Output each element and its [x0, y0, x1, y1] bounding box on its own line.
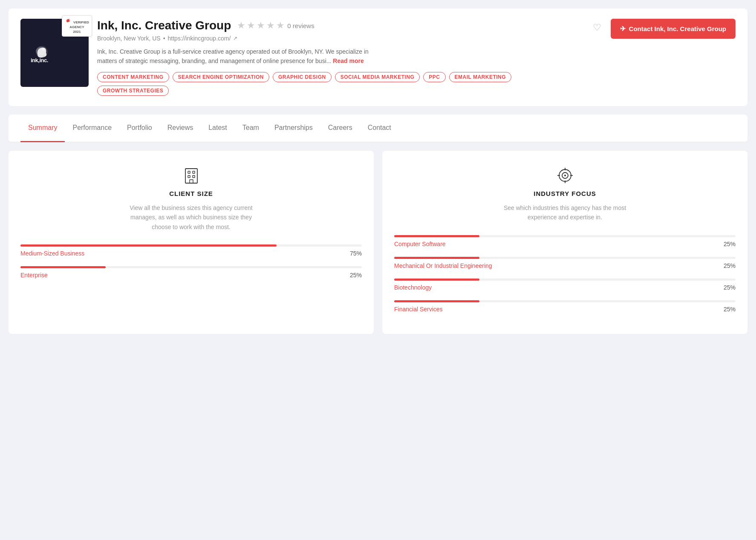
progress-pct: 25% [724, 284, 736, 291]
agency-logo-wrapper: ink,inc. VERIFIED AGENCY 2021 [20, 19, 89, 87]
target-icon [556, 166, 574, 185]
location-separator: • [163, 35, 165, 42]
nav-tab-reviews[interactable]: Reviews [160, 115, 201, 142]
progress-label-row: Medium-Sized Business 75% [20, 250, 362, 257]
industry-focus-card: INDUSTRY FOCUS See which industries this… [382, 151, 747, 334]
external-link-icon: ↗ [233, 35, 237, 41]
progress-label-row: Mechanical Or Industrial Engineering 25% [394, 262, 736, 269]
progress-fill [394, 257, 479, 259]
progress-label: Medium-Sized Business [20, 250, 84, 257]
agency-header-card: ink,inc. VERIFIED AGENCY 2021 Ink, Inc. … [9, 9, 747, 106]
nav-tab-partnerships[interactable]: Partnerships [267, 115, 320, 142]
agency-name: Ink, Inc. Creative Group [97, 19, 231, 32]
progress-pct: 25% [350, 272, 362, 279]
tag-item[interactable]: EMAIL MARKETING [449, 72, 512, 82]
client-size-title: CLIENT SIZE [20, 190, 362, 197]
reviews-count: 0 reviews [287, 22, 314, 29]
tags-row: CONTENT MARKETINGSEARCH ENGINE OPTIMIZAT… [97, 72, 581, 96]
client-size-progress: Medium-Sized Business 75% Enterprise 25% [20, 244, 362, 279]
nav-tab-performance[interactable]: Performance [65, 115, 119, 142]
page-wrapper: ink,inc. VERIFIED AGENCY 2021 Ink, Inc. … [0, 0, 756, 540]
description-text: Ink, Inc. Creative Group is a full-servi… [97, 48, 369, 64]
year-text: 2021 [73, 30, 81, 34]
industry-focus-description: See which industries this agency has the… [497, 203, 633, 222]
tag-item[interactable]: GRAPHIC DESIGN [273, 72, 332, 82]
heart-icon: ♡ [593, 22, 601, 33]
favorite-button[interactable]: ♡ [589, 19, 605, 37]
badge-logo-icon [65, 17, 72, 23]
progress-fill [394, 235, 479, 237]
svg-point-2 [42, 48, 45, 51]
progress-pct: 25% [724, 262, 736, 269]
industry-progress-item: Biotechnology 25% [394, 279, 736, 291]
progress-fill [20, 266, 106, 268]
progress-label: Computer Software [394, 241, 446, 247]
client-size-progress-item: Medium-Sized Business 75% [20, 244, 362, 257]
svg-point-4 [68, 19, 69, 20]
progress-track [394, 279, 736, 281]
progress-label-row: Financial Services 25% [394, 306, 736, 313]
agency-location: Brooklyn, New York, US • https://inkincg… [97, 35, 581, 42]
industry-progress-item: Computer Software 25% [394, 235, 736, 247]
svg-rect-6 [188, 171, 190, 173]
agency-actions: ♡ ✈ Contact Ink, Inc. Creative Group [589, 19, 736, 39]
stars-container: ★ ★ ★ ★ ★ [237, 20, 285, 31]
progress-track [394, 300, 736, 302]
progress-pct: 75% [350, 250, 362, 257]
progress-label-row: Biotechnology 25% [394, 284, 736, 291]
tag-item[interactable]: CONTENT MARKETING [97, 72, 169, 82]
progress-track [20, 266, 362, 268]
tag-item[interactable]: SEARCH ENGINE OPTIMIZATION [173, 72, 269, 82]
star-4: ★ [266, 20, 275, 31]
svg-rect-9 [193, 175, 195, 178]
tag-item[interactable]: SOCIAL MEDIA MARKETING [335, 72, 420, 82]
tag-item[interactable]: PPC [423, 72, 445, 82]
progress-track [394, 235, 736, 237]
agency-name-row: Ink, Inc. Creative Group ★ ★ ★ ★ ★ 0 rev… [97, 19, 581, 32]
progress-label-row: Enterprise 25% [20, 272, 362, 279]
nav-tab-portfolio[interactable]: Portfolio [119, 115, 160, 142]
progress-label-row: Computer Software 25% [394, 241, 736, 247]
progress-label: Mechanical Or Industrial Engineering [394, 262, 492, 269]
progress-pct: 25% [724, 241, 736, 247]
svg-rect-5 [185, 169, 197, 183]
agency-logo-svg: ink,inc. [29, 40, 80, 66]
industry-focus-progress: Computer Software 25% Mechanical Or Indu… [394, 235, 736, 313]
star-1: ★ [237, 20, 245, 31]
progress-label: Biotechnology [394, 284, 432, 291]
client-size-description: View all the business sizes this agency … [123, 203, 260, 232]
progress-fill [394, 300, 479, 302]
svg-rect-7 [193, 171, 195, 173]
industry-focus-header: INDUSTRY FOCUS See which industries this… [394, 166, 736, 222]
client-size-header: CLIENT SIZE View all the business sizes … [20, 166, 362, 232]
progress-fill [394, 279, 479, 281]
nav-tab-latest[interactable]: Latest [201, 115, 235, 142]
nav-tab-careers[interactable]: Careers [320, 115, 360, 142]
progress-pct: 25% [724, 306, 736, 313]
svg-text:ink,inc.: ink,inc. [31, 57, 48, 63]
nav-tab-summary[interactable]: Summary [20, 115, 65, 142]
star-2: ★ [247, 20, 255, 31]
client-size-card: CLIENT SIZE View all the business sizes … [9, 151, 374, 334]
progress-track [20, 244, 362, 247]
verified-text: VERIFIED [73, 20, 89, 24]
tag-item[interactable]: GROWTH STRATEGIES [97, 86, 169, 96]
agency-description: Ink, Inc. Creative Group is a full-servi… [97, 47, 387, 66]
progress-label: Financial Services [394, 306, 443, 313]
industry-progress-item: Mechanical Or Industrial Engineering 25% [394, 257, 736, 269]
agency-text: AGENCY [69, 25, 84, 29]
progress-fill [20, 244, 277, 247]
industry-focus-title: INDUSTRY FOCUS [394, 190, 736, 197]
industry-progress-item: Financial Services 25% [394, 300, 736, 313]
read-more-link[interactable]: Read more [333, 57, 364, 64]
contact-button[interactable]: ✈ Contact Ink, Inc. Creative Group [611, 19, 736, 39]
contact-button-label: Contact Ink, Inc. Creative Group [629, 25, 726, 32]
nav-tab-contact[interactable]: Contact [360, 115, 399, 142]
agency-website-link[interactable]: https://inkincgroup.com/ [168, 35, 231, 42]
svg-rect-10 [190, 180, 193, 183]
target-icon-container [394, 166, 736, 185]
star-3: ★ [257, 20, 265, 31]
nav-tab-team[interactable]: Team [235, 115, 267, 142]
stars-row: ★ ★ ★ ★ ★ 0 reviews [237, 20, 314, 31]
nav-tabs-card: SummaryPerformancePortfolioReviewsLatest… [9, 115, 747, 142]
